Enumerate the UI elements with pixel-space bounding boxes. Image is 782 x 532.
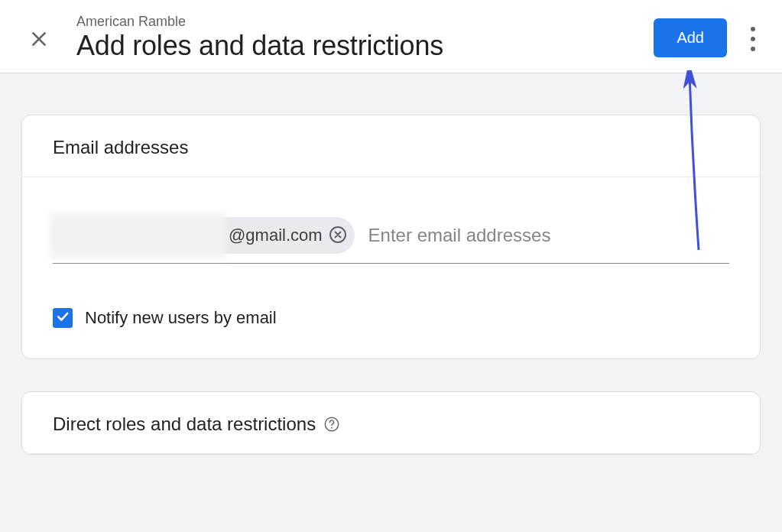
- content-area: Email addresses @gmail.com: [0, 73, 782, 455]
- email-chip[interactable]: @gmail.com: [53, 217, 355, 254]
- more-menu-button[interactable]: [747, 20, 759, 60]
- header-titles: American Ramble Add roles and data restr…: [76, 14, 654, 62]
- roles-section-header: Direct roles and data restrictions: [22, 392, 760, 454]
- email-address-input[interactable]: [368, 225, 729, 246]
- notify-checkbox[interactable]: [53, 308, 73, 328]
- breadcrumb: American Ramble: [76, 14, 654, 30]
- email-input-row: @gmail.com: [53, 217, 729, 264]
- chip-redacted-area: [50, 212, 226, 258]
- remove-circle-icon: [329, 225, 347, 246]
- svg-point-5: [331, 427, 333, 429]
- help-icon[interactable]: [323, 416, 340, 433]
- dialog-header: American Ramble Add roles and data restr…: [0, 0, 782, 73]
- page-title: Add roles and data restrictions: [76, 30, 654, 62]
- roles-card: Direct roles and data restrictions: [21, 391, 761, 455]
- close-button[interactable]: [23, 23, 55, 57]
- email-addresses-card: Email addresses @gmail.com: [21, 115, 761, 359]
- notify-label: Notify new users by email: [85, 308, 277, 328]
- check-icon: [55, 309, 70, 327]
- add-button[interactable]: Add: [654, 18, 727, 57]
- close-icon: [29, 29, 49, 51]
- chip-remove-button[interactable]: [329, 225, 347, 246]
- more-vert-icon: [750, 26, 756, 54]
- svg-point-2: [751, 47, 755, 51]
- svg-point-0: [751, 27, 755, 31]
- email-section-title: Email addresses: [22, 115, 760, 177]
- notify-row: Notify new users by email: [53, 308, 729, 328]
- svg-point-1: [751, 37, 755, 41]
- chip-domain-text: @gmail.com: [229, 225, 323, 245]
- roles-section-title: Direct roles and data restrictions: [53, 414, 316, 435]
